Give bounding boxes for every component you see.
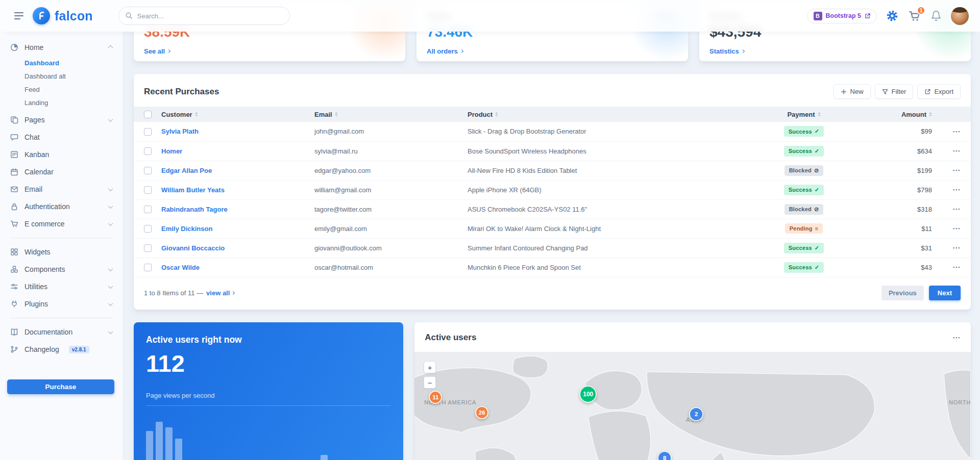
sort-icon[interactable] [818, 112, 821, 116]
row-menu-icon[interactable]: ⋯ [952, 146, 961, 156]
cart-icon[interactable]: 1 [908, 9, 921, 23]
status-icon: ✓ [815, 245, 819, 251]
customer-link[interactable]: Giovanni Boccaccio [161, 244, 225, 252]
row-menu-icon[interactable]: ⋯ [952, 185, 961, 194]
chart-bar [156, 422, 163, 460]
sidebar-item-utilities[interactable]: Utilities [10, 278, 114, 295]
purchase-button[interactable]: Purchase [7, 379, 114, 394]
sort-icon[interactable] [929, 112, 932, 116]
zoom-in-button[interactable]: + [424, 361, 436, 373]
select-all-checkbox[interactable] [144, 111, 152, 118]
view-all-link[interactable]: view all [206, 289, 234, 297]
row-checkbox[interactable] [144, 147, 152, 155]
active-users-now-card: Active users right now 112 Page views pe… [134, 322, 403, 460]
next-button[interactable]: Next [929, 286, 961, 300]
row-checkbox[interactable] [144, 244, 152, 252]
customer-link[interactable]: Sylvia Plath [161, 127, 199, 135]
menu-toggle-icon[interactable] [12, 10, 26, 21]
sidebar-item-components[interactable]: Components [10, 261, 114, 278]
row-menu-icon[interactable]: ⋯ [952, 243, 961, 252]
lock-icon [10, 202, 19, 211]
amount-cell: $11 [868, 219, 942, 238]
zoom-out-button[interactable]: − [424, 376, 436, 389]
sidebar-item-kanban[interactable]: Kanban [10, 146, 114, 163]
payment-status-badge: Success✓ [784, 243, 824, 253]
email-cell: john@gmail.com [310, 122, 463, 141]
email-cell: sylvia@mail.ru [310, 141, 463, 161]
table-row: William Butler Yeats william@gmail.com A… [134, 180, 971, 199]
row-menu-icon[interactable]: ⋯ [952, 166, 961, 175]
sidebar-item-documentation[interactable]: Documentation [10, 323, 114, 341]
sidebar-item-calendar[interactable]: Calendar [10, 163, 114, 181]
sidebar-item-landing[interactable]: Landing [24, 96, 114, 109]
sidebar-item-dashboard[interactable]: Dashboard [24, 56, 114, 69]
map-marker[interactable]: 100 [579, 386, 597, 403]
row-menu-icon[interactable]: ⋯ [952, 224, 961, 233]
see-all-link[interactable]: See all [144, 47, 395, 55]
customer-link[interactable]: Homer [161, 147, 182, 155]
card-menu-icon[interactable]: ⋯ [952, 333, 961, 342]
bootstrap-version-badge[interactable]: B Bootstrap 5 [807, 9, 877, 23]
sidebar-item-changelog[interactable]: Changelog v2.8.1 [10, 341, 114, 358]
export-icon [924, 89, 930, 95]
column-header-amount[interactable]: Amount [901, 111, 926, 118]
row-checkbox[interactable] [144, 167, 152, 174]
world-map[interactable]: + − NORTH AMERICA ASIA NORTH AMERICA 11 … [414, 352, 971, 460]
sidebar-item-plugins[interactable]: Plugins [10, 295, 114, 313]
new-button[interactable]: New [834, 84, 871, 99]
filter-button[interactable]: Filter [875, 84, 914, 99]
sidebar-item-widgets[interactable]: Widgets [10, 243, 114, 261]
sidebar-item-authentication[interactable]: Authentication [10, 198, 114, 215]
external-link-icon [865, 13, 870, 19]
statistics-link[interactable]: Statistics [709, 47, 961, 55]
chevron-right-icon [167, 49, 170, 53]
column-header-customer[interactable]: Customer [161, 111, 192, 118]
sidebar-item-feed[interactable]: Feed [24, 83, 114, 96]
row-menu-icon[interactable]: ⋯ [952, 263, 961, 272]
sort-icon[interactable] [495, 112, 498, 116]
sidebar-item-home[interactable]: Home [10, 39, 114, 56]
previous-button[interactable]: Previous [881, 286, 924, 300]
row-menu-icon[interactable]: ⋯ [952, 205, 961, 214]
sort-icon[interactable] [335, 112, 338, 116]
settings-gear-icon[interactable] [885, 9, 899, 23]
table-row: Rabindranath Tagore tagore@twitter.com A… [134, 199, 971, 219]
amount-cell: $43 [868, 258, 942, 277]
product-cell: Apple iPhone XR (64GB) [463, 180, 740, 199]
chart-bar [321, 455, 328, 460]
customer-link[interactable]: Edgar Allan Poe [161, 167, 212, 174]
user-avatar[interactable] [951, 7, 969, 25]
navbar-right: B Bootstrap 5 1 [807, 7, 969, 25]
row-checkbox[interactable] [144, 225, 152, 233]
book-icon [10, 328, 19, 336]
sidebar-item-dashboard-alt[interactable]: Dashboard alt [24, 69, 114, 83]
sidebar-home-children: Dashboard Dashboard alt Feed Landing [10, 56, 114, 111]
sidebar-item-pages[interactable]: Pages [10, 111, 114, 129]
pageviews-chart [146, 413, 391, 460]
all-orders-link[interactable]: All orders [427, 47, 678, 55]
column-header-product[interactable]: Product [468, 111, 493, 118]
row-checkbox[interactable] [144, 128, 152, 136]
chevron-down-icon [108, 203, 113, 209]
notifications-bell-icon[interactable] [929, 9, 943, 22]
customer-link[interactable]: Rabindranath Tagore [161, 206, 228, 213]
envelope-icon [10, 185, 19, 193]
customer-link[interactable]: Emily Dickinson [161, 225, 212, 233]
row-checkbox[interactable] [144, 186, 152, 194]
sidebar-item-chat[interactable]: Chat [10, 129, 114, 146]
row-checkbox[interactable] [144, 206, 152, 213]
brand-logo[interactable]: falcon [33, 7, 93, 24]
customer-link[interactable]: William Butler Yeats [161, 186, 225, 194]
sidebar-item-email[interactable]: Email [10, 181, 114, 198]
column-header-payment[interactable]: Payment [787, 111, 815, 118]
email-cell: giovanni@outlook.com [310, 238, 463, 258]
column-header-email[interactable]: Email [314, 111, 332, 118]
export-button[interactable]: Export [917, 84, 961, 99]
sidebar-item-ecommerce[interactable]: E commerce [10, 215, 114, 233]
row-checkbox[interactable] [144, 264, 152, 271]
customer-link[interactable]: Oscar Wilde [161, 264, 200, 271]
row-menu-icon[interactable]: ⋯ [952, 127, 961, 136]
search-input[interactable] [118, 7, 290, 25]
sort-icon[interactable] [195, 112, 198, 116]
amount-cell: $199 [868, 161, 942, 180]
